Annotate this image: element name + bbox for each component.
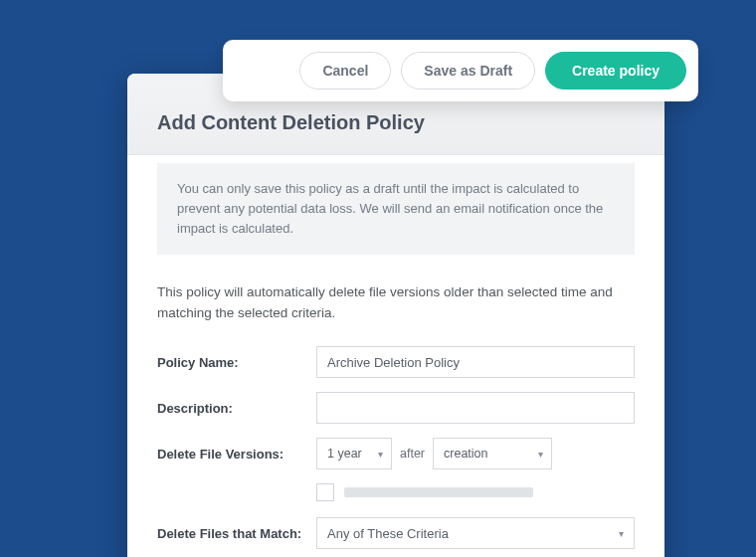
policy-form-card: Add Content Deletion Policy You can only…: [127, 74, 664, 557]
event-select[interactable]: creation ▾: [433, 438, 552, 469]
info-notice: You can only save this policy as a draft…: [157, 163, 635, 255]
chevron-down-icon: ▾: [619, 528, 624, 539]
chevron-down-icon: ▾: [538, 449, 543, 460]
event-value: creation: [444, 447, 487, 461]
period-select[interactable]: 1 year ▾: [316, 438, 392, 469]
page-title: Add Content Deletion Policy: [157, 111, 635, 134]
label-delete-match: Delete Files that Match:: [157, 526, 316, 541]
row-delete-versions: Delete File Versions: 1 year ▾ after cre…: [157, 438, 635, 469]
policy-name-input[interactable]: [316, 346, 635, 378]
save-draft-button[interactable]: Save as Draft: [401, 52, 535, 90]
period-value: 1 year: [327, 447, 362, 461]
match-mode-select[interactable]: Any of These Criteria ▾: [316, 517, 635, 549]
cancel-button[interactable]: Cancel: [299, 52, 391, 90]
match-mode-value: Any of These Criteria: [327, 526, 449, 541]
after-word: after: [400, 447, 425, 461]
row-policy-name: Policy Name:: [157, 346, 635, 378]
label-description: Description:: [157, 401, 316, 416]
row-description: Description:: [157, 392, 635, 424]
option-checkbox[interactable]: [316, 483, 334, 501]
action-bar: Cancel Save as Draft Create policy: [223, 40, 698, 101]
label-policy-name: Policy Name:: [157, 355, 316, 370]
chevron-down-icon: ▾: [378, 449, 383, 460]
row-delete-match: Delete Files that Match: Any of These Cr…: [157, 517, 635, 549]
checkbox-option-row: [316, 483, 635, 501]
option-label-placeholder: [344, 487, 533, 497]
description-input[interactable]: [316, 392, 635, 424]
form-body: You can only save this policy as a draft…: [127, 163, 664, 557]
create-policy-button[interactable]: Create policy: [545, 52, 686, 90]
policy-description-text: This policy will automatically delete fi…: [157, 282, 635, 324]
label-delete-versions: Delete File Versions:: [157, 447, 316, 462]
